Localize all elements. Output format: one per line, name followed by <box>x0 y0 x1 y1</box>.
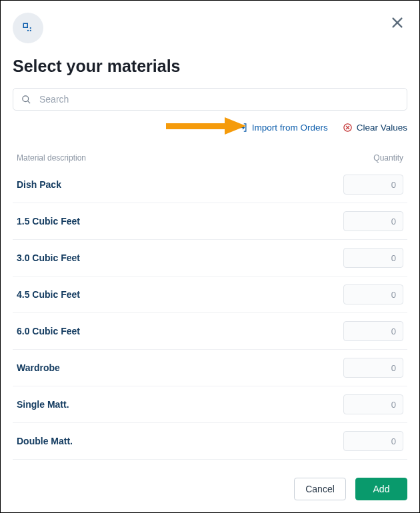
material-label: 6.0 Cubic Feet <box>17 326 80 336</box>
svg-line-7 <box>27 101 30 103</box>
material-row: 6.0 Cubic Feet <box>13 313 407 350</box>
actions-row: Import from Orders Clear Values <box>13 119 407 136</box>
arrow-annotation <box>166 117 246 137</box>
material-row: 3.0 Cubic Feet <box>13 240 407 276</box>
import-icon <box>238 123 248 133</box>
material-row: Dish Pack <box>13 167 407 203</box>
add-button[interactable]: Add <box>355 478 407 500</box>
clear-values-link[interactable]: Clear Values <box>343 123 407 133</box>
col-description: Material description <box>17 153 86 163</box>
quantity-input[interactable] <box>343 248 403 268</box>
material-row: 4.5 Cubic Feet <box>13 276 407 313</box>
clear-icon <box>343 123 353 133</box>
materials-list: Dish Pack 1.5 Cubic Feet 3.0 Cubic Feet … <box>13 167 407 467</box>
material-label: Wardrobe <box>17 362 60 373</box>
quantity-input[interactable] <box>343 321 403 341</box>
material-label: 1.5 Cubic Feet <box>17 216 80 227</box>
search-field-wrap[interactable] <box>13 88 407 111</box>
svg-point-3 <box>30 27 31 29</box>
quantity-input[interactable] <box>343 284 403 304</box>
svg-point-1 <box>30 30 31 31</box>
cancel-button[interactable]: Cancel <box>294 478 346 500</box>
material-label: Single Matt. <box>17 399 69 410</box>
material-label: 4.5 Cubic Feet <box>17 289 80 300</box>
svg-rect-8 <box>166 123 225 129</box>
quantity-input[interactable] <box>343 394 403 414</box>
material-label: Dish Pack <box>17 179 61 190</box>
search-input[interactable] <box>39 94 399 105</box>
material-label: 3.0 Cubic Feet <box>17 253 80 263</box>
import-from-orders-link[interactable]: Import from Orders <box>238 123 328 133</box>
svg-point-2 <box>27 30 29 31</box>
svg-point-6 <box>23 95 29 101</box>
table-header: Material description Quantity <box>13 153 407 167</box>
material-row: King/Queen Matt. <box>13 460 407 467</box>
material-row: Double Matt. <box>13 423 407 460</box>
material-row: Wardrobe <box>13 350 407 386</box>
quantity-input[interactable] <box>343 358 403 378</box>
svg-rect-0 <box>23 23 27 27</box>
material-row: 1.5 Cubic Feet <box>13 203 407 240</box>
quantity-input[interactable] <box>343 431 403 451</box>
col-quantity: Quantity <box>373 153 403 163</box>
import-label: Import from Orders <box>252 123 328 133</box>
quantity-input[interactable] <box>343 175 403 195</box>
dialog-title: Select your materials <box>13 57 407 76</box>
materials-icon <box>13 13 43 43</box>
search-icon <box>21 95 31 105</box>
clear-label: Clear Values <box>357 123 407 133</box>
close-button[interactable] <box>387 13 407 33</box>
dialog-header <box>13 13 407 43</box>
material-label: Double Matt. <box>17 436 73 446</box>
material-row: Single Matt. <box>13 386 407 423</box>
dialog-footer: Cancel Add <box>13 467 407 500</box>
select-materials-dialog: Select your materials Import from Orders <box>1 1 419 512</box>
quantity-input[interactable] <box>343 211 403 231</box>
